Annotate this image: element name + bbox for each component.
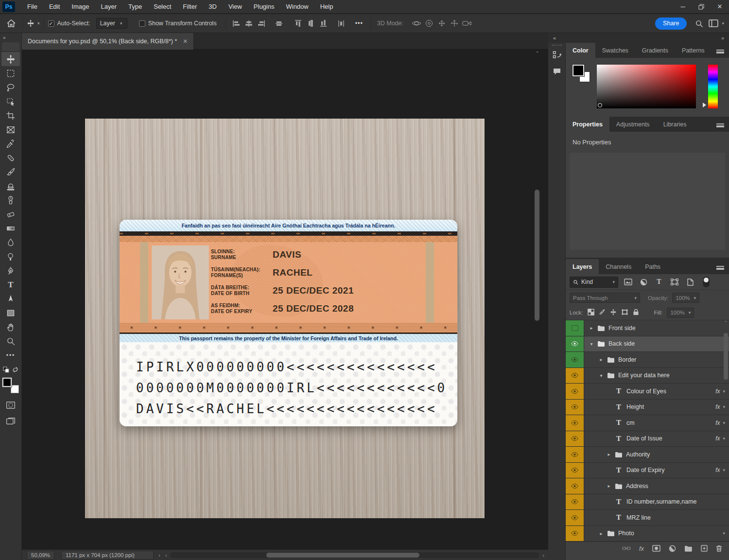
tab-layers[interactable]: Layers bbox=[566, 259, 599, 274]
visibility-toggle[interactable] bbox=[566, 415, 584, 431]
tab-patterns[interactable]: Patterns bbox=[675, 43, 712, 58]
eraser-tool[interactable] bbox=[1, 207, 20, 221]
align-top-edges-icon[interactable] bbox=[292, 18, 305, 29]
blur-tool[interactable] bbox=[1, 235, 20, 249]
panel-menu-icon[interactable] bbox=[716, 266, 724, 270]
layer-effects-badge[interactable]: fx bbox=[715, 420, 720, 426]
object-selection-tool[interactable] bbox=[1, 94, 20, 108]
default-colors-icon[interactable] bbox=[3, 366, 9, 375]
filter-adjustment-layers-icon[interactable] bbox=[638, 277, 649, 287]
align-middle-icon[interactable] bbox=[273, 18, 285, 29]
comments-icon[interactable] bbox=[548, 63, 566, 80]
menu-edit[interactable]: Edit bbox=[44, 1, 65, 12]
layer-row-edit-your-data-here[interactable]: ▾ Edit your data here bbox=[566, 368, 729, 384]
tab-color[interactable]: Color bbox=[566, 43, 595, 58]
lock-position-icon[interactable] bbox=[610, 309, 617, 316]
tab-adjustments[interactable]: Adjustments bbox=[609, 117, 657, 132]
restore-icon[interactable] bbox=[692, 0, 711, 14]
foreground-color-swatch[interactable] bbox=[2, 378, 12, 387]
layer-effects-badge[interactable]: fx bbox=[715, 403, 720, 410]
scroll-up-icon[interactable]: ⌃ bbox=[534, 51, 541, 56]
visibility-toggle[interactable] bbox=[566, 447, 584, 462]
tab-properties[interactable]: Properties bbox=[566, 117, 609, 132]
visibility-toggle[interactable] bbox=[566, 494, 584, 510]
layer-row-mrz-line[interactable]: T MRZ line bbox=[566, 510, 729, 526]
share-button[interactable]: Share bbox=[655, 18, 687, 30]
delete-layer-icon[interactable] bbox=[716, 545, 722, 552]
layer-row-cm[interactable]: T cm fx▾ bbox=[566, 415, 729, 431]
minimize-icon[interactable]: ─ bbox=[674, 0, 692, 14]
visibility-toggle[interactable] bbox=[566, 368, 584, 384]
foreground-color-swatch[interactable] bbox=[573, 65, 584, 76]
layers-scroll-thumb[interactable] bbox=[724, 333, 728, 380]
search-icon[interactable] bbox=[692, 17, 706, 30]
lock-all-icon[interactable] bbox=[633, 309, 639, 316]
tab-libraries[interactable]: Libraries bbox=[657, 117, 694, 132]
lasso-tool[interactable] bbox=[1, 80, 20, 94]
collapse-left-icon[interactable]: « bbox=[553, 35, 556, 41]
show-transform-option[interactable]: ✓ Show Transform Controls bbox=[139, 20, 217, 27]
show-transform-checkbox[interactable]: ✓ bbox=[139, 20, 145, 27]
opacity-value-box[interactable]: 100% ▾ bbox=[672, 293, 699, 303]
brush-tool[interactable] bbox=[1, 165, 20, 179]
tab-channels[interactable]: Channels bbox=[599, 259, 638, 274]
menu-type[interactable]: Type bbox=[123, 1, 147, 12]
visibility-toggle[interactable] bbox=[566, 400, 584, 415]
auto-select-checkbox[interactable]: ✓ bbox=[48, 20, 54, 27]
menu-plugins[interactable]: Plugins bbox=[248, 1, 280, 12]
color-panel-swatches[interactable] bbox=[573, 65, 590, 82]
more-options-button[interactable]: ••• bbox=[355, 20, 363, 27]
menu-help[interactable]: Help bbox=[315, 1, 339, 12]
rectangle-tool[interactable] bbox=[1, 306, 20, 320]
layer-row-address[interactable]: ▸ Address bbox=[566, 478, 729, 494]
align-left-edges-icon[interactable] bbox=[230, 18, 243, 29]
version-history-icon[interactable] bbox=[548, 47, 566, 63]
menu-3d[interactable]: 3D bbox=[203, 1, 222, 12]
visibility-toggle[interactable] bbox=[566, 510, 584, 525]
menu-filter[interactable]: Filter bbox=[177, 1, 202, 12]
layer-effects-badge[interactable]: fx bbox=[715, 435, 720, 442]
layer-style-icon[interactable]: fx bbox=[639, 545, 644, 552]
visibility-toggle[interactable] bbox=[566, 431, 584, 447]
toolbar-grip[interactable] bbox=[2, 42, 19, 51]
close-icon[interactable]: ✕ bbox=[711, 0, 729, 14]
scroll-right-icon[interactable]: › bbox=[542, 552, 544, 558]
pen-tool[interactable] bbox=[1, 263, 20, 278]
visibility-toggle[interactable] bbox=[566, 384, 584, 399]
more-tools-button[interactable]: ••• bbox=[1, 348, 20, 362]
layer-effects-badge[interactable]: fx bbox=[715, 388, 720, 395]
layer-row-photo[interactable]: ▸ Photo ▾ bbox=[566, 526, 729, 542]
hue-slider-arrow[interactable] bbox=[703, 103, 706, 107]
scroll-up-icon[interactable]: ⌃ bbox=[723, 320, 729, 325]
layers-list-scrollbar[interactable]: ⌃ bbox=[723, 320, 729, 542]
canvas-horizontal-scrollbar[interactable] bbox=[170, 552, 539, 558]
zoom-level[interactable]: 50,09% bbox=[27, 551, 54, 560]
hue-slider[interactable] bbox=[708, 65, 718, 108]
lock-pixels-icon[interactable] bbox=[599, 309, 606, 316]
new-group-icon[interactable] bbox=[684, 545, 693, 552]
tab-swatches[interactable]: Swatches bbox=[595, 43, 635, 58]
screen-mode-icon[interactable] bbox=[1, 414, 20, 428]
history-brush-tool[interactable] bbox=[1, 193, 20, 207]
expand-arrow-icon[interactable]: ▸ bbox=[599, 357, 604, 362]
lock-artboard-icon[interactable] bbox=[621, 309, 628, 316]
add-layer-mask-icon[interactable] bbox=[652, 545, 660, 552]
layer-effects-badge[interactable]: fx bbox=[715, 467, 720, 473]
frame-tool[interactable] bbox=[1, 122, 20, 137]
expand-arrow-icon[interactable]: ▸ bbox=[607, 452, 611, 457]
filter-smart-objects-icon[interactable] bbox=[684, 277, 696, 287]
layer-row-back-side[interactable]: ▾ Back side bbox=[566, 336, 729, 352]
3d-slide-icon[interactable] bbox=[448, 18, 461, 29]
collapse-arrow-icon[interactable]: ▾ bbox=[589, 341, 594, 347]
3d-roll-icon[interactable] bbox=[423, 18, 435, 29]
tab-paths[interactable]: Paths bbox=[638, 259, 667, 274]
expand-arrow-icon[interactable]: ▸ bbox=[607, 483, 611, 489]
menu-file[interactable]: File bbox=[22, 1, 43, 12]
3d-pan-icon[interactable] bbox=[435, 18, 448, 29]
collapse-right-icon[interactable]: » bbox=[721, 35, 724, 41]
panel-menu-icon[interactable] bbox=[716, 123, 724, 127]
chevron-down-icon[interactable]: ▾ bbox=[722, 21, 724, 26]
background-color-swatch[interactable] bbox=[11, 385, 19, 393]
new-adjustment-layer-icon[interactable] bbox=[669, 545, 676, 552]
align-horizontal-centers-icon[interactable] bbox=[243, 18, 255, 29]
